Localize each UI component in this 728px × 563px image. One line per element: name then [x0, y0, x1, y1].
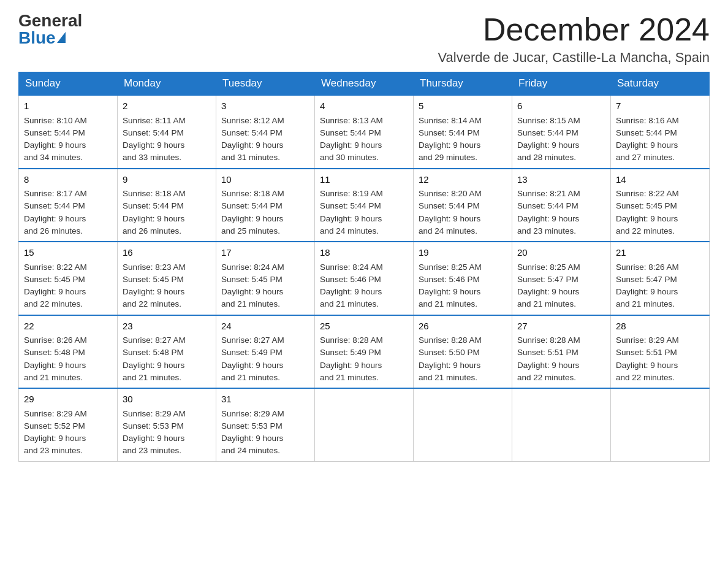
- sunset-label: Sunset: 5:46 PM: [320, 275, 381, 284]
- sunrise-label: Sunrise: 8:25 AM: [419, 262, 482, 272]
- sunset-label: Sunset: 5:44 PM: [419, 128, 480, 137]
- sunrise-label: Sunrise: 8:29 AM: [616, 335, 679, 345]
- sunrise-label: Sunrise: 8:20 AM: [419, 189, 482, 198]
- calendar-cell: 10 Sunrise: 8:18 AM Sunset: 5:44 PM Dayl…: [216, 169, 315, 242]
- sunset-label: Sunset: 5:44 PM: [320, 128, 381, 137]
- day-number: 21: [616, 246, 704, 260]
- daylight-minutes: and 21 minutes.: [221, 299, 280, 308]
- daylight-minutes: and 24 minutes.: [221, 446, 280, 455]
- daylight-label: Daylight: 9 hours: [123, 434, 184, 443]
- day-number: 31: [221, 393, 309, 407]
- header-row: Sunday Monday Tuesday Wednesday Thursday…: [19, 72, 710, 96]
- daylight-label: Daylight: 9 hours: [221, 140, 283, 150]
- daylight-minutes: and 23 minutes.: [123, 446, 181, 455]
- calendar-cell: 23 Sunrise: 8:27 AM Sunset: 5:48 PM Dayl…: [118, 315, 216, 389]
- calendar-table: Sunday Monday Tuesday Wednesday Thursday…: [18, 72, 710, 462]
- calendar-cell: 29 Sunrise: 8:29 AM Sunset: 5:52 PM Dayl…: [19, 388, 118, 461]
- day-number: 16: [123, 246, 211, 260]
- daylight-minutes: and 23 minutes.: [517, 226, 576, 236]
- day-number: 13: [517, 173, 605, 187]
- calendar-cell: 13 Sunrise: 8:21 AM Sunset: 5:44 PM Dayl…: [512, 169, 611, 242]
- daylight-label: Daylight: 9 hours: [616, 140, 678, 150]
- calendar-row-5: 29 Sunrise: 8:29 AM Sunset: 5:52 PM Dayl…: [19, 388, 710, 461]
- daylight-minutes: and 22 minutes.: [616, 226, 675, 236]
- daylight-minutes: and 23 minutes.: [24, 446, 83, 455]
- daylight-minutes: and 26 minutes.: [123, 226, 181, 236]
- calendar-cell: 25 Sunrise: 8:28 AM Sunset: 5:49 PM Dayl…: [315, 315, 414, 389]
- calendar-cell: 19 Sunrise: 8:25 AM Sunset: 5:46 PM Dayl…: [414, 242, 512, 315]
- sunset-label: Sunset: 5:45 PM: [24, 275, 85, 284]
- daylight-minutes: and 21 minutes.: [320, 299, 379, 308]
- day-number: 7: [616, 99, 704, 113]
- day-number: 18: [320, 246, 408, 260]
- sunrise-label: Sunrise: 8:24 AM: [221, 262, 284, 272]
- sunrise-label: Sunrise: 8:18 AM: [221, 189, 284, 198]
- sunset-label: Sunset: 5:44 PM: [320, 201, 381, 210]
- logo-general-text: General: [18, 12, 82, 29]
- daylight-label: Daylight: 9 hours: [517, 361, 579, 370]
- sunrise-label: Sunrise: 8:22 AM: [24, 262, 87, 272]
- sunrise-label: Sunrise: 8:28 AM: [419, 335, 482, 345]
- day-number: 23: [123, 320, 211, 334]
- location-title: Valverde de Jucar, Castille-La Mancha, S…: [438, 50, 710, 66]
- col-monday: Monday: [118, 72, 216, 96]
- day-number: 22: [24, 320, 112, 334]
- daylight-minutes: and 21 minutes.: [123, 373, 181, 382]
- daylight-label: Daylight: 9 hours: [221, 287, 283, 296]
- daylight-label: Daylight: 9 hours: [24, 214, 86, 223]
- day-number: 12: [419, 173, 507, 187]
- sunset-label: Sunset: 5:51 PM: [616, 348, 677, 357]
- daylight-label: Daylight: 9 hours: [517, 214, 579, 223]
- daylight-label: Daylight: 9 hours: [221, 434, 283, 443]
- sunrise-label: Sunrise: 8:15 AM: [517, 116, 580, 125]
- calendar-cell: 28 Sunrise: 8:29 AM Sunset: 5:51 PM Dayl…: [611, 315, 710, 389]
- calendar-cell: 21 Sunrise: 8:26 AM Sunset: 5:47 PM Dayl…: [611, 242, 710, 315]
- day-number: 11: [320, 173, 408, 187]
- daylight-minutes: and 21 minutes.: [517, 299, 576, 308]
- logo: General Blue: [18, 12, 82, 47]
- calendar-cell: 18 Sunrise: 8:24 AM Sunset: 5:46 PM Dayl…: [315, 242, 414, 315]
- sunrise-label: Sunrise: 8:27 AM: [221, 335, 284, 345]
- sunset-label: Sunset: 5:53 PM: [221, 421, 282, 431]
- sunset-label: Sunset: 5:50 PM: [419, 348, 480, 357]
- day-number: 3: [221, 99, 309, 113]
- daylight-label: Daylight: 9 hours: [517, 287, 579, 296]
- sunset-label: Sunset: 5:45 PM: [616, 201, 677, 210]
- daylight-label: Daylight: 9 hours: [123, 140, 184, 150]
- col-thursday: Thursday: [414, 72, 512, 96]
- daylight-minutes: and 22 minutes.: [24, 299, 83, 308]
- sunset-label: Sunset: 5:44 PM: [221, 201, 282, 210]
- calendar-cell: 17 Sunrise: 8:24 AM Sunset: 5:45 PM Dayl…: [216, 242, 315, 315]
- sunrise-label: Sunrise: 8:19 AM: [320, 189, 383, 198]
- calendar-row-2: 8 Sunrise: 8:17 AM Sunset: 5:44 PM Dayli…: [19, 169, 710, 242]
- daylight-label: Daylight: 9 hours: [616, 287, 678, 296]
- sunset-label: Sunset: 5:49 PM: [320, 348, 381, 357]
- calendar-cell: 22 Sunrise: 8:26 AM Sunset: 5:48 PM Dayl…: [19, 315, 118, 389]
- daylight-minutes: and 21 minutes.: [616, 299, 675, 308]
- sunset-label: Sunset: 5:44 PM: [221, 128, 282, 137]
- daylight-minutes: and 22 minutes.: [616, 373, 675, 382]
- sunset-label: Sunset: 5:52 PM: [24, 421, 85, 431]
- calendar-cell: 20 Sunrise: 8:25 AM Sunset: 5:47 PM Dayl…: [512, 242, 611, 315]
- daylight-minutes: and 26 minutes.: [24, 226, 83, 236]
- sunset-label: Sunset: 5:51 PM: [517, 348, 578, 357]
- calendar-cell: 3 Sunrise: 8:12 AM Sunset: 5:44 PM Dayli…: [216, 95, 315, 169]
- daylight-label: Daylight: 9 hours: [24, 140, 86, 150]
- day-number: 5: [419, 99, 507, 113]
- sunset-label: Sunset: 5:44 PM: [517, 201, 578, 210]
- sunset-label: Sunset: 5:44 PM: [123, 128, 184, 137]
- sunrise-label: Sunrise: 8:28 AM: [517, 335, 580, 345]
- daylight-minutes: and 21 minutes.: [419, 299, 477, 308]
- calendar-cell: 15 Sunrise: 8:22 AM Sunset: 5:45 PM Dayl…: [19, 242, 118, 315]
- day-number: 28: [616, 320, 704, 334]
- daylight-minutes: and 21 minutes.: [221, 373, 280, 382]
- day-number: 15: [24, 246, 112, 260]
- sunset-label: Sunset: 5:44 PM: [517, 128, 578, 137]
- logo-blue-text: Blue: [18, 29, 66, 47]
- day-number: 19: [419, 246, 507, 260]
- sunrise-label: Sunrise: 8:26 AM: [24, 335, 87, 345]
- day-number: 6: [517, 99, 605, 113]
- sunrise-label: Sunrise: 8:13 AM: [320, 116, 383, 125]
- calendar-cell: 16 Sunrise: 8:23 AM Sunset: 5:45 PM Dayl…: [118, 242, 216, 315]
- daylight-label: Daylight: 9 hours: [24, 434, 86, 443]
